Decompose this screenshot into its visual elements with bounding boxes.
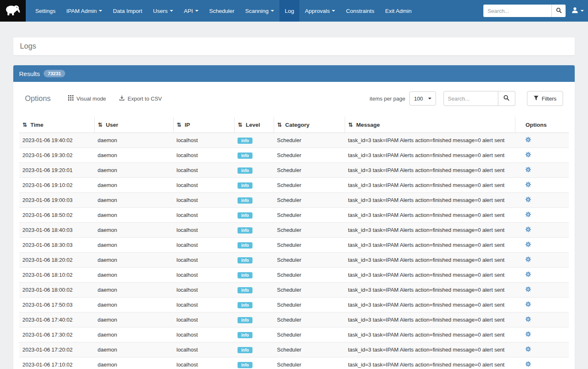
page-header-panel: Logs bbox=[13, 37, 575, 55]
cell-ip: localhost bbox=[173, 148, 234, 163]
filters-button[interactable]: Filters bbox=[527, 91, 563, 106]
cell-user: daemon bbox=[94, 327, 173, 342]
nav-item-users[interactable]: Users bbox=[148, 0, 179, 22]
cell-ip: localhost bbox=[173, 342, 234, 357]
log-table-row: 2023-01-06 17:40:02 daemon localhost inf… bbox=[19, 312, 569, 327]
cell-category: Scheduler bbox=[274, 208, 345, 223]
gear-icon bbox=[525, 197, 531, 204]
sort-icon: ⇅ bbox=[98, 122, 103, 128]
row-options-button[interactable] bbox=[525, 212, 531, 219]
cell-user: daemon bbox=[94, 268, 173, 283]
cell-time: 2023-01-06 19:40:02 bbox=[19, 133, 94, 148]
elephant-icon bbox=[4, 3, 22, 18]
column-header-level[interactable]: ⇅Level bbox=[234, 117, 274, 133]
log-table-row: 2023-01-06 17:50:03 daemon localhost inf… bbox=[19, 298, 569, 312]
cell-category: Scheduler bbox=[274, 327, 345, 342]
row-options-button[interactable] bbox=[525, 361, 531, 368]
options-right-group: items per page 100 bbox=[370, 91, 563, 106]
cell-message: task_id=3 task=IPAM Alerts action=finish… bbox=[345, 327, 515, 342]
row-options-button[interactable] bbox=[525, 331, 531, 338]
items-per-page-value: 100 bbox=[414, 96, 423, 102]
results-title: Results bbox=[19, 70, 40, 77]
row-options-button[interactable] bbox=[525, 271, 531, 278]
row-options-button[interactable] bbox=[525, 241, 531, 248]
column-header-category[interactable]: ⇅Category bbox=[274, 117, 345, 133]
cell-ip: localhost bbox=[173, 133, 234, 148]
navbar-search-input[interactable] bbox=[483, 5, 551, 17]
row-options-button[interactable] bbox=[525, 346, 531, 353]
column-header-label: IP bbox=[185, 122, 190, 128]
level-badge: info bbox=[238, 332, 252, 338]
row-options-button[interactable] bbox=[525, 226, 531, 234]
cell-ip: localhost bbox=[173, 223, 234, 238]
visual-mode-button[interactable]: Visual mode bbox=[68, 95, 106, 102]
row-options-button[interactable] bbox=[525, 256, 531, 263]
caret-down-icon bbox=[99, 10, 102, 12]
column-header-time[interactable]: ⇅Time bbox=[19, 117, 94, 133]
gear-icon bbox=[525, 346, 531, 353]
download-icon bbox=[119, 95, 125, 102]
user-menu-button[interactable] bbox=[571, 7, 584, 15]
nav-item-ipam-admin[interactable]: IPAM Admin bbox=[61, 0, 108, 22]
row-options-button[interactable] bbox=[525, 182, 531, 189]
items-per-page-select[interactable]: 100 bbox=[409, 91, 436, 106]
row-options-button[interactable] bbox=[525, 152, 531, 159]
main-content: Logs Results 73231 Options Vi bbox=[13, 37, 575, 369]
cell-message: task_id=3 task=IPAM Alerts action=finish… bbox=[345, 148, 515, 163]
cell-message: task_id=3 task=IPAM Alerts action=finish… bbox=[345, 268, 515, 283]
navbar-search-button[interactable] bbox=[551, 5, 566, 17]
gear-icon bbox=[525, 331, 531, 338]
nav-item-constraints[interactable]: Constraints bbox=[341, 0, 380, 22]
cell-time: 2023-01-06 18:40:03 bbox=[19, 223, 94, 238]
level-badge: info bbox=[238, 362, 252, 368]
sort-icon: ⇅ bbox=[238, 122, 243, 128]
row-options-button[interactable] bbox=[525, 316, 531, 323]
nav-item-approvals[interactable]: Approvals bbox=[299, 0, 341, 22]
cell-category: Scheduler bbox=[274, 298, 345, 312]
cell-category: Scheduler bbox=[274, 193, 345, 208]
row-options-button[interactable] bbox=[525, 197, 531, 204]
log-table-row: 2023-01-06 17:10:02 daemon localhost inf… bbox=[19, 357, 569, 369]
nav-item-settings[interactable]: Settings bbox=[30, 0, 61, 22]
row-options-button[interactable] bbox=[525, 167, 531, 174]
cell-ip: localhost bbox=[173, 268, 234, 283]
caret-down-icon bbox=[332, 10, 335, 12]
nav-item-scanning[interactable]: Scanning bbox=[240, 0, 279, 22]
results-body: Options Visual mode bbox=[13, 82, 575, 369]
export-csv-button[interactable]: Export to CSV bbox=[119, 95, 162, 102]
nav-item-exit-admin[interactable]: Exit Admin bbox=[380, 0, 417, 22]
gear-icon bbox=[525, 301, 531, 308]
nav-item-label: Log bbox=[285, 8, 294, 14]
cell-category: Scheduler bbox=[274, 148, 345, 163]
nav-item-scheduler[interactable]: Scheduler bbox=[204, 0, 240, 22]
nav-item-log[interactable]: Log bbox=[279, 0, 300, 22]
row-options-button[interactable] bbox=[525, 301, 531, 308]
cell-user: daemon bbox=[94, 253, 173, 268]
cell-time: 2023-01-06 17:20:02 bbox=[19, 342, 94, 357]
row-options-button[interactable] bbox=[525, 286, 531, 293]
cell-message: task_id=3 task=IPAM Alerts action=finish… bbox=[345, 253, 515, 268]
cell-user: daemon bbox=[94, 312, 173, 327]
log-table-row: 2023-01-06 18:10:02 daemon localhost inf… bbox=[19, 268, 569, 283]
nav-item-api[interactable]: API bbox=[179, 0, 204, 22]
column-header-user[interactable]: ⇅User bbox=[94, 117, 173, 133]
gear-icon bbox=[525, 212, 531, 219]
table-search-input[interactable] bbox=[443, 91, 498, 106]
column-header-ip[interactable]: ⇅IP bbox=[173, 117, 234, 133]
nav-item-data-import[interactable]: Data Import bbox=[108, 0, 148, 22]
cell-category: Scheduler bbox=[274, 312, 345, 327]
cell-message: task_id=3 task=IPAM Alerts action=finish… bbox=[345, 312, 515, 327]
log-table-row: 2023-01-06 18:50:02 daemon localhost inf… bbox=[19, 208, 569, 223]
table-search-button[interactable] bbox=[498, 91, 515, 106]
gear-icon bbox=[525, 256, 531, 263]
cell-category: Scheduler bbox=[274, 163, 345, 178]
cell-time: 2023-01-06 18:50:02 bbox=[19, 208, 94, 223]
column-header-message[interactable]: ⇅Message bbox=[345, 117, 515, 133]
cell-category: Scheduler bbox=[274, 342, 345, 357]
level-badge: info bbox=[238, 153, 252, 159]
row-options-button[interactable] bbox=[525, 137, 531, 144]
phpipam-logo[interactable] bbox=[0, 0, 26, 22]
gear-icon bbox=[525, 241, 531, 248]
nav-item-label: API bbox=[184, 8, 193, 14]
level-badge: info bbox=[238, 317, 252, 323]
